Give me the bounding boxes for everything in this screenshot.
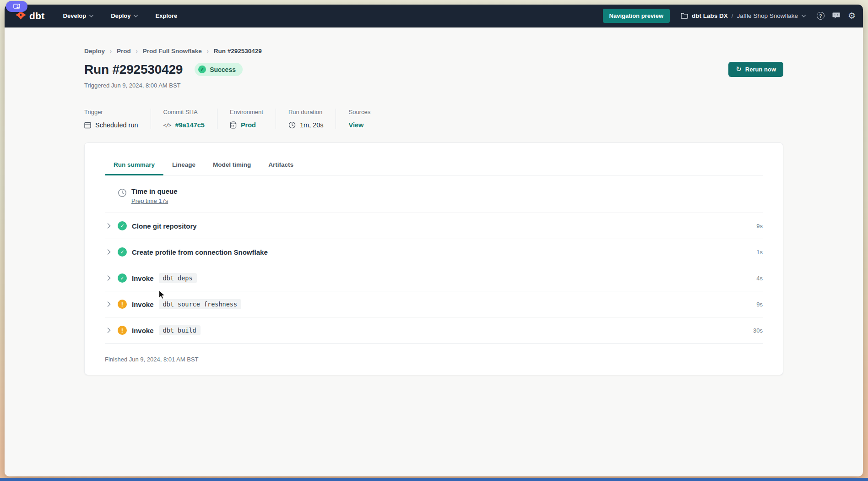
step-label: Create profile from connection Snowflake xyxy=(132,248,268,256)
refresh-icon: ↻ xyxy=(736,66,742,73)
nav-develop-label: Develop xyxy=(63,12,87,19)
breadcrumb-run: Run #292530429 xyxy=(214,48,262,55)
step-duration: 9s xyxy=(756,223,763,230)
nav-develop[interactable]: Develop xyxy=(63,12,94,19)
step-duration: 4s xyxy=(756,275,763,282)
meta-duration-label: Run duration xyxy=(288,109,324,115)
help-icon[interactable]: ? xyxy=(817,12,825,20)
sources-view-link[interactable]: View xyxy=(348,121,363,129)
screen-share-indicator[interactable] xyxy=(6,1,27,12)
feedback-icon[interactable] xyxy=(832,12,841,20)
help-glyph: ? xyxy=(817,12,825,20)
success-check-icon: ✓ xyxy=(118,273,127,283)
step-duration: 30s xyxy=(753,327,763,334)
warning-icon: ! xyxy=(118,300,127,309)
step-row-dbt-build[interactable]: ! Invoke dbt build 30s xyxy=(105,317,763,344)
tab-lineage[interactable]: Lineage xyxy=(163,156,204,175)
topbar-icon-group: ? ⚙ xyxy=(817,11,856,20)
rerun-now-button[interactable]: ↻ Rerun now xyxy=(728,62,783,77)
chevron-down-icon xyxy=(802,15,806,17)
nav-deploy-label: Deploy xyxy=(111,12,130,19)
triggered-timestamp: Triggered Jun 9, 2024, 8:00 AM BST xyxy=(84,82,783,89)
meta-trigger-label: Trigger xyxy=(84,109,138,115)
step-label: Invoke xyxy=(132,327,154,334)
database-icon xyxy=(230,121,237,129)
project-name: Jaffle Shop Snowflake xyxy=(737,12,798,19)
chevron-right-icon[interactable] xyxy=(107,275,111,281)
trigger-value: Scheduled run xyxy=(95,121,138,129)
step-row-clone-git[interactable]: ✓ Clone git repository 9s xyxy=(105,213,763,239)
time-in-queue-section: Time in queue Prep time 17s xyxy=(105,175,763,213)
chevron-right-icon[interactable] xyxy=(107,328,111,333)
meta-duration: Run duration 1m, 20s xyxy=(276,109,336,129)
tab-bar: Run summary Lineage Model timing Artifac… xyxy=(105,143,763,175)
run-summary-card: Run summary Lineage Model timing Artifac… xyxy=(84,142,783,375)
prep-time-link[interactable]: Prep time 17s xyxy=(131,197,168,204)
breadcrumb-separator: › xyxy=(136,48,138,55)
meta-trigger: Trigger Scheduled run xyxy=(84,109,151,129)
meta-environment: Environment Prod xyxy=(217,109,276,129)
step-command-code: dbt source freshness xyxy=(159,299,242,309)
step-command-code: dbt build xyxy=(159,325,201,335)
success-check-icon: ✓ xyxy=(118,247,127,257)
account-project-switcher[interactable]: dbt Labs DX / Jaffle Shop Snowflake xyxy=(681,12,806,19)
chevron-right-icon[interactable] xyxy=(107,249,111,255)
chevron-right-icon[interactable] xyxy=(107,223,111,229)
nav-deploy[interactable]: Deploy xyxy=(111,12,138,19)
calendar-icon xyxy=(84,121,91,129)
tab-model-timing[interactable]: Model timing xyxy=(204,156,260,175)
status-badge: ✓ Success xyxy=(195,63,243,76)
step-row-dbt-deps[interactable]: ✓ Invoke dbt deps 4s xyxy=(105,265,763,291)
success-check-icon: ✓ xyxy=(198,66,206,73)
commit-sha-link[interactable]: #9a147c5 xyxy=(175,121,205,129)
time-in-queue-title: Time in queue xyxy=(131,187,178,195)
navigation-preview-button[interactable]: Navigation preview xyxy=(603,9,670,23)
dbt-logo-text: dbt xyxy=(29,11,45,22)
step-duration: 9s xyxy=(756,301,763,308)
meta-sources: Sources View xyxy=(336,109,383,129)
meta-commit-label: Commit SHA xyxy=(163,109,205,115)
run-meta-row: Trigger Scheduled run Commit SHA </> #9a… xyxy=(84,109,783,129)
rerun-now-label: Rerun now xyxy=(745,66,776,73)
folder-icon xyxy=(681,13,688,19)
status-badge-label: Success xyxy=(210,66,236,73)
step-label: Invoke xyxy=(132,301,154,308)
app-window: dbt Develop Deploy Explore Navigation pr… xyxy=(5,5,863,476)
breadcrumb-job[interactable]: Prod Full Snowflake xyxy=(143,48,202,55)
screen-share-icon xyxy=(13,4,20,9)
step-command-code: dbt deps xyxy=(159,273,197,283)
step-row-create-profile[interactable]: ✓ Create profile from connection Snowfla… xyxy=(105,239,763,265)
breadcrumb-separator: › xyxy=(207,48,209,55)
account-name: dbt Labs DX xyxy=(692,12,728,19)
clock-icon xyxy=(118,188,127,197)
chevron-down-icon xyxy=(134,15,138,17)
breadcrumb-deploy[interactable]: Deploy xyxy=(84,48,105,55)
environment-link[interactable]: Prod xyxy=(241,121,256,129)
tab-artifacts[interactable]: Artifacts xyxy=(260,156,302,175)
meta-commit: Commit SHA </> #9a147c5 xyxy=(151,109,217,129)
nav-explore[interactable]: Explore xyxy=(155,12,177,19)
top-navigation-bar: dbt Develop Deploy Explore Navigation pr… xyxy=(5,5,863,27)
success-check-icon: ✓ xyxy=(118,221,127,230)
nav-explore-label: Explore xyxy=(155,12,177,19)
chevron-right-icon[interactable] xyxy=(107,301,111,307)
warning-icon: ! xyxy=(118,326,127,335)
chevron-down-icon xyxy=(89,15,93,17)
breadcrumb-prod[interactable]: Prod xyxy=(117,48,131,55)
breadcrumb-separator: › xyxy=(110,48,112,55)
code-icon: </> xyxy=(163,122,171,128)
page-title: Run #292530429 xyxy=(84,62,183,77)
step-duration: 1s xyxy=(756,249,763,256)
clock-icon xyxy=(288,121,296,129)
meta-sources-label: Sources xyxy=(348,109,370,115)
account-separator: / xyxy=(732,12,733,19)
step-label: Clone git repository xyxy=(132,222,197,230)
desktop-taskbar-strip xyxy=(0,478,868,481)
meta-environment-label: Environment xyxy=(230,109,263,115)
step-label: Invoke xyxy=(132,274,154,282)
tab-run-summary[interactable]: Run summary xyxy=(105,156,163,175)
gear-icon[interactable]: ⚙ xyxy=(848,11,856,20)
breadcrumb: Deploy › Prod › Prod Full Snowflake › Ru… xyxy=(84,48,783,55)
finished-timestamp: Finished Jun 9, 2024, 8:01 AM BST xyxy=(105,344,763,363)
step-row-source-freshness[interactable]: ! Invoke dbt source freshness 9s xyxy=(105,291,763,317)
